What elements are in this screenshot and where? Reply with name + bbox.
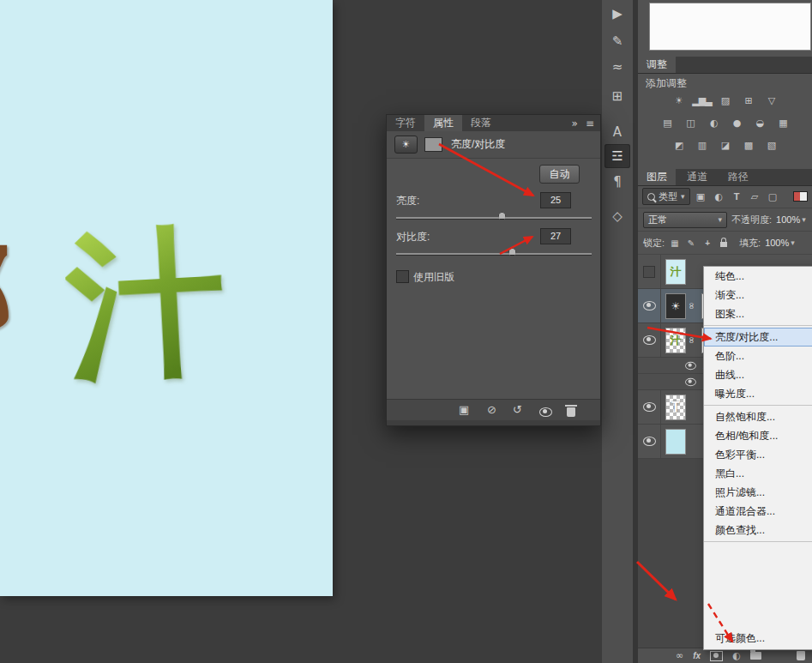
hue-saturation-icon[interactable]: ▤ xyxy=(659,116,676,130)
filtering-toggle[interactable] xyxy=(793,191,808,202)
threshold-icon[interactable]: ◪ xyxy=(717,138,734,152)
layer-filter-row: 类型 ▾ ▣ ◐ T ▱ ▢ xyxy=(638,185,812,208)
adjustment-layer-thumbnail[interactable]: ☀ xyxy=(665,293,686,319)
layer-thumbnail[interactable]: 汁 xyxy=(665,328,686,353)
visibility-cell[interactable] xyxy=(638,425,661,458)
visibility-cell[interactable] xyxy=(638,323,661,357)
delete-layer-icon[interactable] xyxy=(795,651,805,660)
tab-properties[interactable]: 属性 xyxy=(424,115,462,131)
layer-style-icon[interactable]: fx xyxy=(693,651,701,660)
lock-pixels-icon[interactable]: ✎ xyxy=(685,237,697,249)
menu-item-gradient[interactable]: 渐变... xyxy=(704,286,812,304)
mask-link-icon[interactable]: ∞ xyxy=(686,302,697,310)
menu-item-hue-saturation[interactable]: 色相/饱和度... xyxy=(704,426,812,445)
tab-paragraph[interactable]: 段落 xyxy=(462,115,500,131)
gradient-map-icon[interactable]: ▩ xyxy=(740,138,757,152)
menu-item-exposure[interactable]: 曝光度... xyxy=(704,384,812,403)
toggle-previous-state-icon[interactable]: ⊘ xyxy=(487,403,496,416)
brightness-slider-thumb[interactable] xyxy=(498,212,506,220)
visibility-cell[interactable] xyxy=(638,255,661,288)
background-layer-thumbnail[interactable] xyxy=(665,429,686,455)
brightness-contrast-icon[interactable]: ☀ xyxy=(671,93,688,107)
exposure-icon[interactable]: ⊞ xyxy=(740,93,757,107)
opacity-input[interactable]: 100% ▾ xyxy=(776,214,806,225)
photo-filter-icon[interactable]: ● xyxy=(728,116,745,130)
contrast-slider-track[interactable] xyxy=(396,253,592,255)
curves-icon[interactable]: ▨ xyxy=(717,93,734,107)
fill-input[interactable]: 100% ▾ xyxy=(765,238,795,248)
menu-item-color-balance[interactable]: 色彩平衡... xyxy=(704,445,812,464)
black-white-icon[interactable]: ◐ xyxy=(705,116,722,130)
vibrance-icon[interactable]: ▽ xyxy=(763,93,780,107)
paragraph-panel-icon[interactable]: ¶ xyxy=(604,170,630,194)
clip-to-layer-icon[interactable]: ▣ xyxy=(459,403,469,416)
3d-panel-icon[interactable]: ◇ xyxy=(604,204,630,228)
menu-item-selective-color[interactable]: 可选颜色... xyxy=(704,629,812,648)
collapse-panel-icon[interactable]: » xyxy=(572,118,578,130)
color-lookup-icon[interactable]: ▦ xyxy=(774,116,791,130)
visibility-icon[interactable] xyxy=(539,407,552,419)
clone-source-panel-icon[interactable]: ≈ xyxy=(604,55,630,79)
contrast-slider-thumb[interactable] xyxy=(508,248,516,256)
filter-smart-objects-icon[interactable]: ▢ xyxy=(766,190,780,203)
brightness-slider-track[interactable] xyxy=(396,217,592,219)
document-canvas[interactable]: 阝 汁 xyxy=(0,0,333,596)
lock-position-icon[interactable]: + xyxy=(701,237,713,249)
layer-filter-type-select[interactable]: 类型 ▾ xyxy=(642,188,690,205)
filter-adjustment-layers-icon[interactable]: ◐ xyxy=(712,190,726,203)
auto-button[interactable]: 自动 xyxy=(539,165,580,184)
posterize-icon[interactable]: ▥ xyxy=(694,138,711,152)
tab-channels[interactable]: 通道 xyxy=(678,169,716,185)
text-layer-thumbnail[interactable]: T xyxy=(665,395,686,420)
properties-panel-icon[interactable]: ☲ xyxy=(604,144,630,168)
selective-color-icon[interactable]: ▧ xyxy=(763,138,780,152)
layer-thumbnail[interactable]: 汁 xyxy=(665,259,686,285)
tab-adjustments[interactable]: 调整 xyxy=(638,57,676,73)
channel-mixer-icon[interactable]: ◒ xyxy=(751,116,768,130)
filter-type-layers-icon[interactable]: T xyxy=(730,190,744,203)
new-adjustment-layer-icon[interactable]: ◐ xyxy=(732,650,741,661)
character-panel-icon[interactable]: A xyxy=(604,120,630,144)
tab-paths[interactable]: 路径 xyxy=(719,169,757,185)
levels-icon[interactable]: ▂▆▃ xyxy=(694,93,711,107)
menu-item-levels[interactable]: 色阶... xyxy=(704,347,812,365)
lock-transparency-icon[interactable]: ▦ xyxy=(669,237,681,249)
eye-icon[interactable] xyxy=(685,377,696,385)
color-balance-icon[interactable]: ◫ xyxy=(682,116,699,130)
lock-all-icon[interactable] xyxy=(718,237,730,249)
tool-presets-panel-icon[interactable]: ✎ xyxy=(604,29,630,53)
panel-menu-icon[interactable]: ≡ xyxy=(586,118,594,130)
menu-item-color-lookup[interactable]: 颜色查找... xyxy=(704,521,812,539)
histogram-panel-icon[interactable]: ⊞ xyxy=(604,84,630,108)
menu-item-channel-mixer[interactable]: 通道混合器... xyxy=(704,502,812,521)
eye-icon[interactable] xyxy=(685,361,696,369)
contrast-input[interactable]: 27 xyxy=(540,228,571,244)
blend-mode-select[interactable]: 正常 ▾ xyxy=(643,212,727,228)
menu-item-brightness-contrast[interactable]: 亮度/对比度... xyxy=(704,328,812,347)
menu-item-pattern[interactable]: 图案... xyxy=(704,304,812,323)
menu-item-black-white[interactable]: 黑白... xyxy=(704,464,812,483)
tab-character[interactable]: 字符 xyxy=(387,115,424,131)
filter-shape-layers-icon[interactable]: ▱ xyxy=(748,190,762,203)
mask-badge-icon[interactable] xyxy=(424,137,442,152)
menu-item-solid-color[interactable]: 纯色... xyxy=(704,267,812,286)
menu-item-photo-filter[interactable]: 照片滤镜... xyxy=(704,483,812,502)
padlock-icon xyxy=(720,242,727,247)
link-layers-icon[interactable]: ∞ xyxy=(676,650,683,661)
visibility-cell[interactable] xyxy=(638,289,661,322)
panel-resize-strip[interactable] xyxy=(387,420,600,425)
mask-link-icon[interactable]: ∞ xyxy=(686,336,697,344)
add-mask-icon[interactable] xyxy=(710,651,723,661)
use-legacy-checkbox[interactable] xyxy=(396,270,409,283)
visibility-cell[interactable] xyxy=(638,390,661,424)
invert-icon[interactable]: ◩ xyxy=(671,138,688,152)
tab-layers[interactable]: 图层 xyxy=(638,169,676,185)
menu-item-vibrance[interactable]: 自然饱和度... xyxy=(704,407,812,426)
filter-pixel-layers-icon[interactable]: ▣ xyxy=(694,190,708,203)
actions-panel-icon[interactable]: ▶ xyxy=(604,2,630,26)
reset-icon[interactable]: ↺ xyxy=(513,403,522,416)
brightness-input[interactable]: 25 xyxy=(540,192,571,208)
new-group-icon[interactable] xyxy=(750,652,761,660)
menu-item-curves[interactable]: 曲线... xyxy=(704,365,812,384)
delete-adjustment-icon[interactable] xyxy=(565,407,575,419)
